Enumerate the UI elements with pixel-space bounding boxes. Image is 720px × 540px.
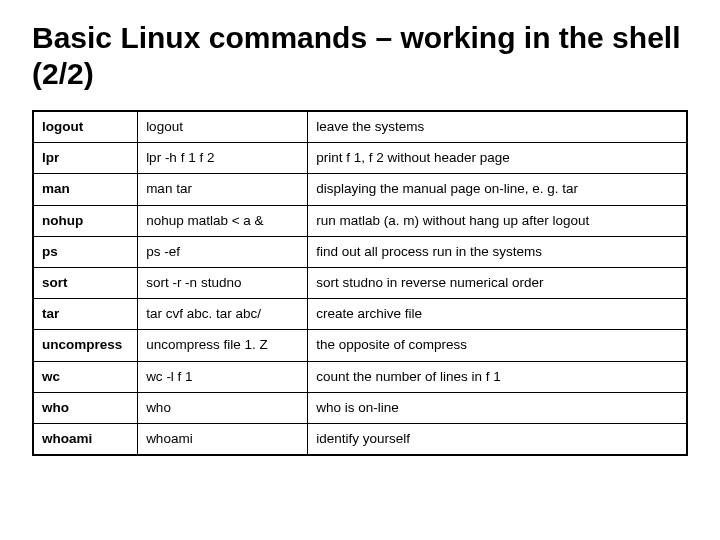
cmd-cell: wc	[33, 361, 138, 392]
cmd-cell: logout	[33, 111, 138, 143]
desc-cell: count the number of lines in f 1	[308, 361, 687, 392]
desc-cell: the opposite of compress	[308, 330, 687, 361]
table-row: nohupnohup matlab < a &run matlab (a. m)…	[33, 205, 687, 236]
cmd-cell: whoami	[33, 423, 138, 455]
table-row: psps -effind out all process run in the …	[33, 236, 687, 267]
desc-cell: displaying the manual page on-line, e. g…	[308, 174, 687, 205]
page-title: Basic Linux commands – working in the sh…	[32, 20, 688, 92]
cmd-cell: who	[33, 392, 138, 423]
cmd-cell: ps	[33, 236, 138, 267]
table-row: tartar cvf abc. tar abc/create archive f…	[33, 299, 687, 330]
example-cell: wc -l f 1	[138, 361, 308, 392]
desc-cell: identify yourself	[308, 423, 687, 455]
commands-table: logoutlogoutleave the systems lprlpr -h …	[32, 110, 688, 456]
cmd-cell: uncompress	[33, 330, 138, 361]
desc-cell: leave the systems	[308, 111, 687, 143]
table-row: manman tardisplaying the manual page on-…	[33, 174, 687, 205]
table-row: whoamiwhoamiidentify yourself	[33, 423, 687, 455]
example-cell: man tar	[138, 174, 308, 205]
desc-cell: find out all process run in the systems	[308, 236, 687, 267]
example-cell: lpr -h f 1 f 2	[138, 143, 308, 174]
example-cell: tar cvf abc. tar abc/	[138, 299, 308, 330]
cmd-cell: nohup	[33, 205, 138, 236]
cmd-cell: man	[33, 174, 138, 205]
example-cell: nohup matlab < a &	[138, 205, 308, 236]
desc-cell: sort studno in reverse numerical order	[308, 267, 687, 298]
cmd-cell: tar	[33, 299, 138, 330]
table-row: whowhowho is on-line	[33, 392, 687, 423]
table-row: uncompressuncompress file 1. Zthe opposi…	[33, 330, 687, 361]
example-cell: whoami	[138, 423, 308, 455]
example-cell: sort -r -n studno	[138, 267, 308, 298]
example-cell: ps -ef	[138, 236, 308, 267]
desc-cell: print f 1, f 2 without header page	[308, 143, 687, 174]
example-cell: logout	[138, 111, 308, 143]
desc-cell: who is on-line	[308, 392, 687, 423]
desc-cell: run matlab (a. m) without hang up after …	[308, 205, 687, 236]
example-cell: uncompress file 1. Z	[138, 330, 308, 361]
example-cell: who	[138, 392, 308, 423]
table-row: logoutlogoutleave the systems	[33, 111, 687, 143]
cmd-cell: sort	[33, 267, 138, 298]
commands-table-body: logoutlogoutleave the systems lprlpr -h …	[33, 111, 687, 455]
cmd-cell: lpr	[33, 143, 138, 174]
table-row: sortsort -r -n studnosort studno in reve…	[33, 267, 687, 298]
table-row: wcwc -l f 1count the number of lines in …	[33, 361, 687, 392]
table-row: lprlpr -h f 1 f 2print f 1, f 2 without …	[33, 143, 687, 174]
desc-cell: create archive file	[308, 299, 687, 330]
